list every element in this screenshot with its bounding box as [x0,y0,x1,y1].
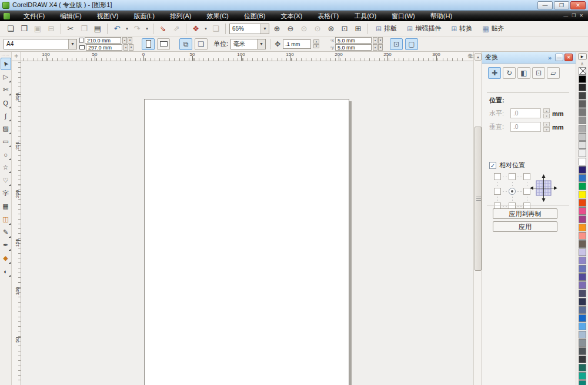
anchor-checkbox-0[interactable] [494,173,501,180]
menu-item-0[interactable]: 文件(F) [16,11,52,21]
plugins-toolbar-button[interactable]: ⊞增强插件 [403,23,445,35]
menu-item-9[interactable]: 工具(O) [346,11,384,21]
pick-tool[interactable]: ➤ [1,58,11,70]
horizontal-spinner[interactable]: ▴▾ [543,108,550,118]
smart-fill-tool[interactable]: ▨ [1,122,11,135]
menu-item-5[interactable]: 效果(C) [199,11,236,21]
color-swatch-5[interactable] [579,108,586,116]
nudge-offset-spinner[interactable]: ▴▾ [313,39,319,48]
zoom-width-icon[interactable]: ⊞ [352,23,364,35]
mdi-restore-button[interactable]: ❐ [572,11,576,21]
paste-icon[interactable]: ▤ [92,23,103,35]
zoom-tool[interactable]: Q [1,97,11,109]
horizontal-field[interactable]: .0 [510,108,541,118]
landscape-button[interactable] [157,38,170,50]
color-swatch-18[interactable] [579,215,586,223]
color-swatch-4[interactable] [579,100,586,108]
palette-flyout-icon[interactable]: ▶ [578,53,587,60]
transform-rotate-button[interactable]: ↻ [503,67,516,79]
units-combo[interactable]: 毫米 ▼ [230,39,266,49]
zoom-out-icon[interactable]: ⊖ [285,23,296,35]
minimize-button[interactable]: — [537,1,553,9]
color-swatch-21[interactable] [579,240,586,248]
toolbox-grip[interactable]: ⋯⋯ [2,53,10,58]
portrait-button[interactable] [142,38,155,50]
apply-button[interactable]: 应用 [493,221,557,232]
color-swatch-31[interactable] [579,323,586,330]
color-swatch-32[interactable] [579,331,586,338]
anchor-checkbox-1[interactable] [509,173,516,180]
menu-item-10[interactable]: 窗口(W) [384,11,423,21]
table-tool[interactable]: ▦ [1,200,11,213]
vertical-scrollbar[interactable]: ▲ [473,52,482,385]
ruler-origin-icon[interactable]: ✛ [12,52,21,61]
color-swatch-20[interactable] [579,232,586,240]
color-swatch-14[interactable] [579,182,586,190]
drawing-canvas[interactable] [21,61,473,385]
polygon-tool[interactable]: ☆ [1,161,11,174]
zoom-fit-icon[interactable]: ⊛ [325,23,337,35]
menu-item-11[interactable]: 帮助(H) [423,11,460,21]
color-swatch-11[interactable] [579,158,586,165]
application-launcher-icon[interactable]: ❖ [190,23,202,35]
eyedropper-tool[interactable]: ✎ [1,226,11,238]
color-swatch-38[interactable] [579,380,586,385]
color-swatch-26[interactable] [579,281,586,289]
docker-minimize-button[interactable]: — [555,54,563,61]
vertical-ruler[interactable]: 30025020015010050 [12,61,21,385]
chevron-down-icon[interactable]: ▼ [260,24,269,34]
transform-skew-button[interactable]: ▱ [547,67,560,79]
paper-height-field[interactable]: 297.0 mm [86,44,122,51]
maximize-button[interactable]: ❐ [554,1,569,9]
transform-size-button[interactable]: ⊡ [532,67,545,79]
color-swatch-34[interactable] [579,347,586,355]
color-swatch-12[interactable] [579,166,586,174]
color-swatch-19[interactable] [579,224,586,231]
import-icon[interactable]: ⇘ [157,23,169,35]
cut-icon[interactable]: ✂ [65,23,76,35]
color-swatch-36[interactable] [579,364,586,371]
color-swatch-7[interactable] [579,125,586,132]
relative-position-checkbox[interactable]: ✓ [489,162,496,169]
chevron-down-icon[interactable]: ▾ [125,26,129,31]
snap-options-button[interactable]: ⊡ [390,38,403,50]
color-swatch-29[interactable] [579,306,586,314]
text-tool[interactable]: 字 [1,187,11,200]
color-swatch-37[interactable] [579,372,586,380]
color-swatch-22[interactable] [579,248,586,256]
color-swatch-23[interactable] [579,257,586,264]
shape-tool[interactable]: ▷ [1,71,11,83]
apply-to-duplicate-button[interactable]: 应用到再制 [493,208,557,219]
fill-tool[interactable]: ◆ [1,252,11,264]
mdi-close-button[interactable]: ✕ [579,11,583,21]
convert-toolbar-button[interactable]: ⊞转换 [447,23,476,35]
blend-tool[interactable]: ◫ [1,213,11,225]
docker-chevron-icon[interactable]: » [548,54,552,61]
color-swatch-1[interactable] [579,75,586,83]
open-icon[interactable]: ❒ [18,23,30,35]
undo-icon[interactable]: ↶ [111,23,123,35]
zoom-level-combo[interactable]: 65%▼ [229,24,269,34]
snap-toolbar-button[interactable]: ▦贴齐 [478,23,508,35]
color-swatch-28[interactable] [579,298,586,306]
chevron-down-icon[interactable]: ▾ [203,26,208,31]
color-swatch-35[interactable] [579,356,586,363]
freehand-tool[interactable]: ʃ [1,109,11,122]
docker-close-button[interactable]: ✕ [564,54,573,61]
color-swatch-16[interactable] [579,199,586,207]
new-document-icon[interactable]: ❏ [5,23,16,35]
zoom-in-icon[interactable]: ⊕ [271,23,283,35]
menu-item-7[interactable]: 文本(X) [273,11,310,21]
nudge-offset-field[interactable]: .1 mm [283,39,311,49]
paper-width-field[interactable]: 210.0 mm [85,37,121,44]
ellipse-tool[interactable]: ○ [1,148,11,161]
color-swatch-25[interactable] [579,273,586,281]
close-button[interactable]: ✕ [570,1,586,9]
transform-scale-mirror-button[interactable]: ◧ [517,67,530,79]
crop-tool[interactable]: ✄ [1,84,11,96]
canvas-page[interactable] [144,99,349,385]
color-swatch-3[interactable] [579,92,586,99]
menu-item-2[interactable]: 视图(V) [89,11,126,21]
no-color-swatch[interactable] [579,67,586,75]
treat-as-filled-button[interactable]: ▢ [405,38,418,50]
